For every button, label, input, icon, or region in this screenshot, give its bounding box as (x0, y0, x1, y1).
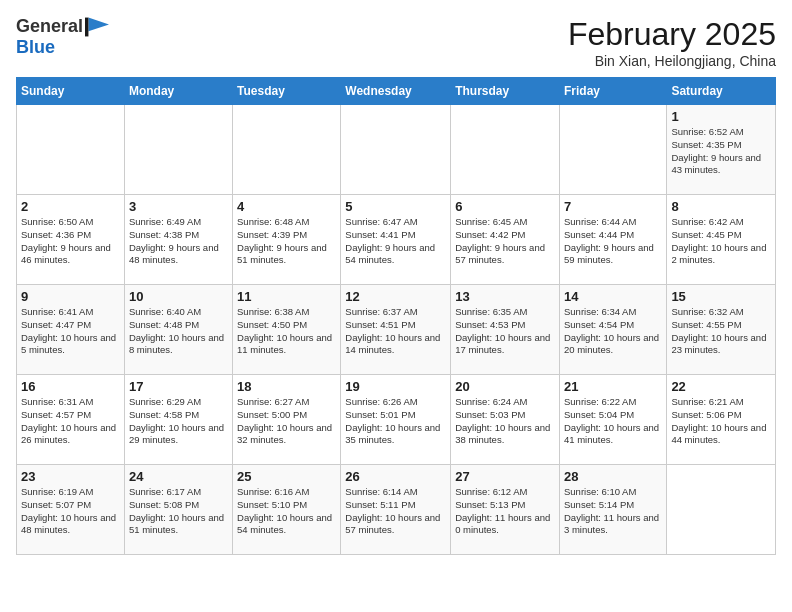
logo-blue: Blue (16, 37, 55, 58)
calendar-week-row: 16Sunrise: 6:31 AM Sunset: 4:57 PM Dayli… (17, 375, 776, 465)
calendar-week-row: 9Sunrise: 6:41 AM Sunset: 4:47 PM Daylig… (17, 285, 776, 375)
day-number: 8 (671, 199, 771, 214)
day-number: 5 (345, 199, 446, 214)
calendar-cell: 12Sunrise: 6:37 AM Sunset: 4:51 PM Dayli… (341, 285, 451, 375)
day-number: 10 (129, 289, 228, 304)
calendar-cell: 26Sunrise: 6:14 AM Sunset: 5:11 PM Dayli… (341, 465, 451, 555)
day-info: Sunrise: 6:14 AM Sunset: 5:11 PM Dayligh… (345, 486, 446, 537)
header-day-sunday: Sunday (17, 78, 125, 105)
title-area: February 2025 Bin Xian, Heilongjiang, Ch… (568, 16, 776, 69)
day-number: 13 (455, 289, 555, 304)
calendar-cell (341, 105, 451, 195)
day-info: Sunrise: 6:45 AM Sunset: 4:42 PM Dayligh… (455, 216, 555, 267)
calendar-cell: 20Sunrise: 6:24 AM Sunset: 5:03 PM Dayli… (451, 375, 560, 465)
calendar-cell: 6Sunrise: 6:45 AM Sunset: 4:42 PM Daylig… (451, 195, 560, 285)
day-number: 27 (455, 469, 555, 484)
calendar-cell: 25Sunrise: 6:16 AM Sunset: 5:10 PM Dayli… (233, 465, 341, 555)
header-day-wednesday: Wednesday (341, 78, 451, 105)
day-number: 14 (564, 289, 662, 304)
day-info: Sunrise: 6:44 AM Sunset: 4:44 PM Dayligh… (564, 216, 662, 267)
calendar-cell: 11Sunrise: 6:38 AM Sunset: 4:50 PM Dayli… (233, 285, 341, 375)
day-info: Sunrise: 6:24 AM Sunset: 5:03 PM Dayligh… (455, 396, 555, 447)
calendar-cell: 7Sunrise: 6:44 AM Sunset: 4:44 PM Daylig… (559, 195, 666, 285)
calendar-cell: 18Sunrise: 6:27 AM Sunset: 5:00 PM Dayli… (233, 375, 341, 465)
header-day-monday: Monday (124, 78, 232, 105)
day-number: 25 (237, 469, 336, 484)
day-number: 12 (345, 289, 446, 304)
header-day-tuesday: Tuesday (233, 78, 341, 105)
day-info: Sunrise: 6:52 AM Sunset: 4:35 PM Dayligh… (671, 126, 771, 177)
calendar-cell: 23Sunrise: 6:19 AM Sunset: 5:07 PM Dayli… (17, 465, 125, 555)
day-info: Sunrise: 6:38 AM Sunset: 4:50 PM Dayligh… (237, 306, 336, 357)
day-number: 28 (564, 469, 662, 484)
day-number: 2 (21, 199, 120, 214)
day-number: 15 (671, 289, 771, 304)
calendar-cell: 21Sunrise: 6:22 AM Sunset: 5:04 PM Dayli… (559, 375, 666, 465)
calendar-cell: 27Sunrise: 6:12 AM Sunset: 5:13 PM Dayli… (451, 465, 560, 555)
calendar-table: SundayMondayTuesdayWednesdayThursdayFrid… (16, 77, 776, 555)
calendar-cell: 13Sunrise: 6:35 AM Sunset: 4:53 PM Dayli… (451, 285, 560, 375)
day-info: Sunrise: 6:17 AM Sunset: 5:08 PM Dayligh… (129, 486, 228, 537)
calendar-week-row: 2Sunrise: 6:50 AM Sunset: 4:36 PM Daylig… (17, 195, 776, 285)
day-info: Sunrise: 6:41 AM Sunset: 4:47 PM Dayligh… (21, 306, 120, 357)
day-info: Sunrise: 6:32 AM Sunset: 4:55 PM Dayligh… (671, 306, 771, 357)
calendar-cell: 4Sunrise: 6:48 AM Sunset: 4:39 PM Daylig… (233, 195, 341, 285)
calendar-cell: 16Sunrise: 6:31 AM Sunset: 4:57 PM Dayli… (17, 375, 125, 465)
logo-flag-icon (85, 17, 109, 37)
day-number: 24 (129, 469, 228, 484)
day-number: 17 (129, 379, 228, 394)
calendar-cell: 28Sunrise: 6:10 AM Sunset: 5:14 PM Dayli… (559, 465, 666, 555)
header-day-saturday: Saturday (667, 78, 776, 105)
day-number: 23 (21, 469, 120, 484)
calendar-cell: 10Sunrise: 6:40 AM Sunset: 4:48 PM Dayli… (124, 285, 232, 375)
day-number: 4 (237, 199, 336, 214)
calendar-cell: 1Sunrise: 6:52 AM Sunset: 4:35 PM Daylig… (667, 105, 776, 195)
day-number: 22 (671, 379, 771, 394)
day-number: 18 (237, 379, 336, 394)
day-info: Sunrise: 6:50 AM Sunset: 4:36 PM Dayligh… (21, 216, 120, 267)
day-info: Sunrise: 6:34 AM Sunset: 4:54 PM Dayligh… (564, 306, 662, 357)
day-number: 9 (21, 289, 120, 304)
day-info: Sunrise: 6:42 AM Sunset: 4:45 PM Dayligh… (671, 216, 771, 267)
logo: General Blue (16, 16, 109, 58)
day-number: 20 (455, 379, 555, 394)
calendar-cell: 9Sunrise: 6:41 AM Sunset: 4:47 PM Daylig… (17, 285, 125, 375)
calendar-cell: 24Sunrise: 6:17 AM Sunset: 5:08 PM Dayli… (124, 465, 232, 555)
day-number: 3 (129, 199, 228, 214)
calendar-cell (233, 105, 341, 195)
day-info: Sunrise: 6:22 AM Sunset: 5:04 PM Dayligh… (564, 396, 662, 447)
day-info: Sunrise: 6:19 AM Sunset: 5:07 PM Dayligh… (21, 486, 120, 537)
day-info: Sunrise: 6:27 AM Sunset: 5:00 PM Dayligh… (237, 396, 336, 447)
calendar-cell (451, 105, 560, 195)
svg-marker-0 (88, 17, 109, 31)
day-info: Sunrise: 6:35 AM Sunset: 4:53 PM Dayligh… (455, 306, 555, 357)
calendar-cell: 15Sunrise: 6:32 AM Sunset: 4:55 PM Dayli… (667, 285, 776, 375)
calendar-cell: 17Sunrise: 6:29 AM Sunset: 4:58 PM Dayli… (124, 375, 232, 465)
header: General Blue February 2025 Bin Xian, Hei… (16, 16, 776, 69)
day-number: 11 (237, 289, 336, 304)
day-info: Sunrise: 6:12 AM Sunset: 5:13 PM Dayligh… (455, 486, 555, 537)
calendar-cell: 2Sunrise: 6:50 AM Sunset: 4:36 PM Daylig… (17, 195, 125, 285)
day-info: Sunrise: 6:26 AM Sunset: 5:01 PM Dayligh… (345, 396, 446, 447)
calendar-cell: 3Sunrise: 6:49 AM Sunset: 4:38 PM Daylig… (124, 195, 232, 285)
calendar-cell: 19Sunrise: 6:26 AM Sunset: 5:01 PM Dayli… (341, 375, 451, 465)
day-info: Sunrise: 6:47 AM Sunset: 4:41 PM Dayligh… (345, 216, 446, 267)
month-title: February 2025 (568, 16, 776, 53)
day-number: 26 (345, 469, 446, 484)
day-info: Sunrise: 6:37 AM Sunset: 4:51 PM Dayligh… (345, 306, 446, 357)
header-day-thursday: Thursday (451, 78, 560, 105)
calendar-week-row: 1Sunrise: 6:52 AM Sunset: 4:35 PM Daylig… (17, 105, 776, 195)
calendar-cell: 22Sunrise: 6:21 AM Sunset: 5:06 PM Dayli… (667, 375, 776, 465)
day-info: Sunrise: 6:16 AM Sunset: 5:10 PM Dayligh… (237, 486, 336, 537)
calendar-cell (559, 105, 666, 195)
calendar-cell (17, 105, 125, 195)
calendar-cell: 14Sunrise: 6:34 AM Sunset: 4:54 PM Dayli… (559, 285, 666, 375)
day-info: Sunrise: 6:10 AM Sunset: 5:14 PM Dayligh… (564, 486, 662, 537)
day-info: Sunrise: 6:48 AM Sunset: 4:39 PM Dayligh… (237, 216, 336, 267)
day-info: Sunrise: 6:31 AM Sunset: 4:57 PM Dayligh… (21, 396, 120, 447)
location-title: Bin Xian, Heilongjiang, China (568, 53, 776, 69)
header-day-friday: Friday (559, 78, 666, 105)
day-number: 7 (564, 199, 662, 214)
day-number: 1 (671, 109, 771, 124)
calendar-cell: 8Sunrise: 6:42 AM Sunset: 4:45 PM Daylig… (667, 195, 776, 285)
